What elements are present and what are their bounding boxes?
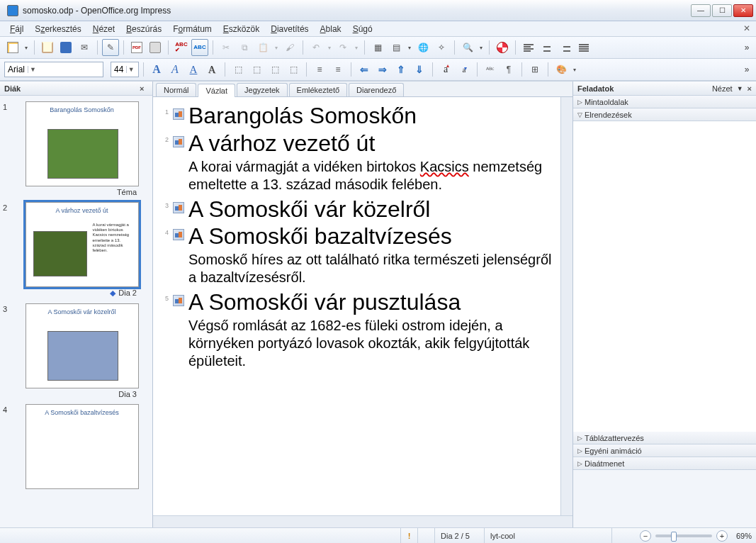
view-tab-jegyzetek[interactable]: Jegyzetek [237,83,288,96]
tasks-view-dropdown-icon[interactable]: ▼ [737,85,743,92]
copy-button[interactable]: ⧉ [236,39,253,56]
open-button[interactable] [39,39,56,56]
move-right-button[interactable]: ⇒ [374,61,391,78]
list-button-1[interactable]: ≡ [311,61,328,78]
outline-slide-title[interactable]: A Somoskői vár pusztulása [188,289,461,315]
view-tab-normál[interactable]: Normál [156,83,196,96]
zoom-value[interactable]: 69% [736,532,752,540]
view-tab-emlékeztető[interactable]: Emlékeztető [289,83,348,96]
chevron-down-icon[interactable]: ▼ [126,66,135,73]
outline-slide-body[interactable]: Somoskő híres az ott található ritka ter… [188,251,553,286]
underline-button[interactable]: A [185,61,202,78]
slide-icon[interactable] [173,108,184,120]
edit-button[interactable]: ✎ [102,39,119,56]
table-button[interactable]: ▤ [388,39,405,56]
new-doc-button[interactable] [4,39,21,56]
view-tab-vázlat[interactable]: Vázlat [198,84,235,97]
mail-button[interactable]: ✉ [76,39,93,56]
menu-help[interactable]: Súgó [347,23,378,35]
tasks-view-label[interactable]: Nézet [712,84,733,93]
outline-content[interactable]: 1 Barangolás Somoskőn 2 A várhoz vezető … [153,97,560,515]
slide-icon[interactable] [173,136,184,147]
menu-file[interactable]: Fájl [4,23,29,35]
maximize-button[interactable]: ☐ [712,4,732,17]
outline-slide[interactable]: 2 A várhoz vezető út [156,130,553,157]
pdf-button[interactable]: PDF [128,39,145,56]
tasks-section-header[interactable]: ▷Táblázattervezés [573,432,756,444]
tasks-section-header[interactable]: ▷Egyéni animáció [573,444,756,457]
align-right-button[interactable] [557,39,574,56]
font-name-combo[interactable]: Arial ▼ [4,62,103,77]
save-button[interactable] [57,39,74,56]
outline-slide-title[interactable]: Barangolás Somoskőn [188,103,417,129]
outline-slide-title[interactable]: A Somoskői bazaltvízesés [188,223,452,250]
chart-button[interactable]: ▦ [369,39,386,56]
print-button[interactable] [147,39,164,56]
shadow-button[interactable]: A [203,61,220,78]
cut-button[interactable]: ✂ [218,39,235,56]
move-left-button[interactable]: ⇐ [356,61,373,78]
menu-tools[interactable]: Eszközök [218,23,265,35]
close-document-icon[interactable]: ✕ [742,23,752,33]
tasks-section-header[interactable]: ▷Mintaoldalak [573,96,756,108]
zoom-out-button[interactable]: − [640,530,651,542]
new-doc-dropdown[interactable]: ▾ [23,45,30,51]
slide-thumbnail[interactable]: 1 Barangolás Somoskőn Téma [3,101,149,196]
outline-slide-title[interactable]: A várhoz vezető út [188,130,375,157]
outline-slide[interactable]: 1 Barangolás Somoskőn [156,103,553,129]
color-button[interactable]: 🎨 [553,61,570,78]
numbering-button[interactable]: ⊞ [526,61,543,78]
list-button-2[interactable]: ≡ [329,61,346,78]
minimize-button[interactable]: — [691,4,711,17]
horizontal-scrollbar[interactable] [153,515,572,527]
outline-slide[interactable]: 3 A Somoskői vár közelről [156,196,553,223]
slide-icon[interactable] [173,295,184,306]
menu-window[interactable]: Ablak [315,23,347,35]
tasks-section-body[interactable] [573,121,756,432]
format-paint-button[interactable]: 🖌 [281,39,298,56]
align-left-button[interactable] [520,39,537,56]
outdent-button-4[interactable]: ⬚ [285,61,302,78]
spellcheck-button[interactable]: ABC✔ [173,39,190,56]
character-button[interactable]: ᴬᴮᶜ [482,61,499,78]
outdent-button-1[interactable]: ⬚ [230,61,247,78]
menu-slideshow[interactable]: Diavetítés [265,23,314,35]
hyperlink-button[interactable]: 🌐 [414,39,431,56]
align-center-button[interactable] [538,39,555,56]
slide-thumbnail[interactable]: 2 A várhoz vezető út A korai vármagját a… [3,202,149,298]
color-dropdown[interactable]: ▾ [571,67,578,73]
autospell-button[interactable]: ABC [191,39,208,56]
panel-close-icon[interactable]: × [140,84,148,93]
help-button[interactable] [494,39,511,56]
status-exclaim-icon[interactable]: ! [401,528,418,543]
slide-icon[interactable] [173,202,184,213]
font-smaller-button[interactable]: a [456,61,473,78]
tasks-section-header[interactable]: ▽Elrendezések [573,108,756,121]
vertical-scrollbar[interactable] [560,97,572,515]
outdent-button-3[interactable]: ⬚ [266,61,283,78]
font-size-combo[interactable]: 44 ▼ [111,62,139,77]
navigator-button[interactable]: ✧ [433,39,450,56]
font-bigger-button[interactable]: a [437,61,454,78]
panel-close-icon[interactable]: × [747,84,752,93]
undo-button[interactable]: ↶ [308,39,325,56]
outline-slide[interactable]: 5 A Somoskői vár pusztulása [156,289,553,315]
outline-slide-body[interactable]: A korai vármagját a vidéken birtokos Kac… [188,158,553,194]
slides-list[interactable]: 1 Barangolás Somoskőn Téma 2 A várhoz ve… [0,96,152,527]
italic-button[interactable]: A [167,61,184,78]
align-justify-button[interactable] [575,39,592,56]
slide-thumbnail[interactable]: 4 A Somoskői bazaltvízesés [3,404,149,491]
paste-button[interactable]: 📋 [254,39,271,56]
menu-insert[interactable]: Beszúrás [120,23,167,35]
move-up-button[interactable]: ⇑ [393,61,410,78]
slide-thumbnail[interactable]: 3 A Somoskői vár közelről Dia 3 [3,303,149,398]
outdent-button-2[interactable]: ⬚ [248,61,265,78]
tasks-section-header[interactable]: ▷Diaátmenet [573,457,756,470]
redo-button[interactable]: ↷ [334,39,351,56]
menu-edit[interactable]: Szerkesztés [29,23,86,35]
outline-slide[interactable]: 4 A Somoskői bazaltvízesés [156,223,553,250]
view-tab-diarendező[interactable]: Diarendező [349,83,404,96]
close-button[interactable]: ✕ [733,4,753,17]
paragraph-button[interactable]: ¶ [500,61,517,78]
outline-slide-body[interactable]: Végső romlását az 1682-es füleki ostrom … [188,317,553,370]
